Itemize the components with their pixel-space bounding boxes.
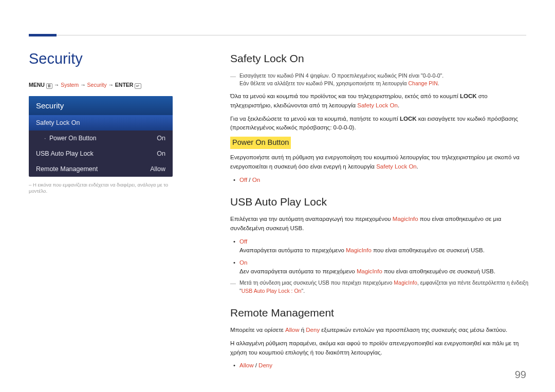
menu-row-power-on-button[interactable]: Power On Button On xyxy=(29,130,173,146)
section-usb-auto-play-lock: USB Auto Play Lock Επιλέγεται για την αυ… xyxy=(230,194,528,295)
power-on-button-text: Ενεργοποιήστε αυτή τη ρύθμιση για ενεργο… xyxy=(230,153,528,172)
remote-options: Allow / Deny xyxy=(230,361,528,370)
menu-row-usb-auto-play-lock[interactable]: USB Auto Play Lock On xyxy=(29,146,173,161)
heading-power-on-button: Power On Button xyxy=(230,137,291,149)
breadcrumb-system: System xyxy=(61,82,79,88)
section-safety-lock: Safety Lock On Εισαγάγετε τον κωδικό PIN… xyxy=(230,50,528,184)
usb-p1: Επιλέγεται για την αυτόματη αναπαραγωγή … xyxy=(230,215,528,233)
remote-p2: Η αλλαγμένη ρύθμιση παραμένει, ακόμα και… xyxy=(230,339,528,358)
arrow-icon: → xyxy=(54,82,60,88)
arrow-icon: → xyxy=(108,82,114,88)
menu-row-value: Allow xyxy=(150,165,165,173)
heading-remote: Remote Management xyxy=(230,305,528,321)
right-column: Safety Lock On Εισαγάγετε τον κωδικό PIN… xyxy=(230,50,528,380)
heading-safety-lock: Safety Lock On xyxy=(230,50,528,67)
menu-row-label: Safety Lock On xyxy=(36,119,80,126)
enter-icon: ↵ xyxy=(135,83,141,89)
page-title: Security xyxy=(29,50,173,67)
menu-row-remote-management[interactable]: Remote Management Allow xyxy=(29,161,173,177)
menu-row-label: Power On Button xyxy=(36,135,96,142)
menu-row-value: On xyxy=(157,135,165,142)
menu-row-label: USB Auto Play Lock xyxy=(36,150,94,157)
usb-on-bullet: On Δεν αναπαράγεται αυτόματα το περιεχόμ… xyxy=(230,258,528,276)
breadcrumb: MENU Ⅲ → System → Security → ENTER ↵ xyxy=(29,82,173,89)
heading-usb: USB Auto Play Lock xyxy=(230,194,528,210)
menu-grid-icon: Ⅲ xyxy=(46,83,52,89)
remote-p1: Μπορείτε να ορίσετε Allow ή Deny εξωτερι… xyxy=(230,326,528,335)
menu-row-value: On xyxy=(157,150,165,157)
left-footnote: – Η εικόνα που εμφανίζεται ενδέχεται να … xyxy=(29,182,173,195)
breadcrumb-enter: ENTER xyxy=(115,82,134,88)
breadcrumb-menu: MENU xyxy=(29,82,45,88)
safety-lock-p1: Όλα τα μενού και κουμπιά του προϊόντος κ… xyxy=(230,92,528,110)
breadcrumb-security: Security xyxy=(87,82,107,88)
section-remote-management: Remote Management Μπορείτε να ορίσετε Al… xyxy=(230,305,528,370)
menu-panel: Security Safety Lock On Power On Button … xyxy=(29,96,173,177)
menu-panel-header: Security xyxy=(29,96,173,115)
safety-lock-p2: Για να ξεκλειδώσετε τα μενού και τα κουμ… xyxy=(230,115,528,133)
menu-row-label: Remote Management xyxy=(36,165,98,173)
arrow-icon: → xyxy=(80,82,86,88)
usb-note: Μετά τη σύνδεση μιας συσκευής USB που πε… xyxy=(230,279,528,295)
menu-row-safety-lock[interactable]: Safety Lock On xyxy=(29,115,173,130)
note-pin: Εισαγάγετε τον κωδικό PIN 4 ψηφίων. Ο πρ… xyxy=(230,72,528,88)
left-column: Security MENU Ⅲ → System → Security → EN… xyxy=(29,50,173,195)
usb-off-bullet: Off Αναπαράγεται αυτόματα το περιεχόμενο… xyxy=(230,237,528,255)
page-number: 99 xyxy=(515,369,526,381)
top-rule xyxy=(29,35,526,35)
power-options: Off / On xyxy=(230,176,528,184)
